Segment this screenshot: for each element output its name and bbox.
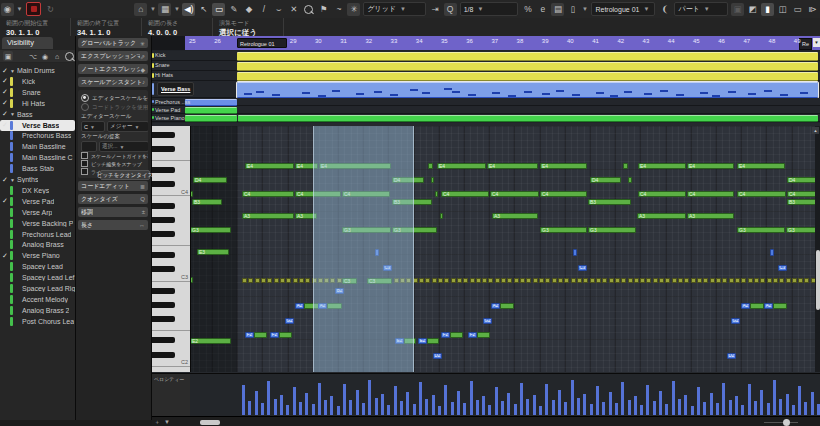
- velocity-bar[interactable]: [343, 384, 346, 415]
- velocity-bar[interactable]: [438, 406, 441, 415]
- velocity-bar[interactable]: [646, 385, 649, 415]
- folder-arrow-icon[interactable]: ▼: [10, 68, 17, 74]
- track-row-dx-keys[interactable]: DX Keys: [0, 185, 75, 196]
- eraser-icon[interactable]: ◆: [242, 3, 255, 16]
- track-row-main-bassline[interactable]: Main Bassline: [0, 141, 75, 152]
- range-selection-overlay[interactable]: [313, 126, 414, 372]
- velocity-bar[interactable]: [248, 401, 251, 415]
- dropdown-arrow[interactable]: ▼: [173, 3, 180, 16]
- piano-key-black[interactable]: [152, 217, 175, 223]
- home-icon[interactable]: ⌂: [134, 3, 147, 16]
- velocity-bar[interactable]: [786, 394, 789, 415]
- object-select-icon[interactable]: ↖: [197, 3, 210, 16]
- velocity-bar[interactable]: [381, 394, 384, 415]
- velocity-bar[interactable]: [703, 402, 706, 415]
- tab-visibility[interactable]: Visibility: [2, 37, 53, 49]
- track-row-bass[interactable]: ✓▼Bass: [0, 109, 75, 120]
- velocity-bar[interactable]: [691, 406, 694, 415]
- eye-icon[interactable]: ◉: [40, 51, 50, 61]
- track-row-main-drums[interactable]: ✓▼Main Drums: [0, 65, 75, 76]
- piano-key-black[interactable]: [152, 302, 175, 308]
- dropdown-arrow[interactable]: ▼: [16, 3, 23, 16]
- quantize-q-icon[interactable]: Q: [444, 3, 457, 16]
- track-row-main-bassline-c[interactable]: Main Bassline C: [0, 152, 75, 163]
- velocity-bar[interactable]: [672, 381, 675, 415]
- global-track-row-hi-hats[interactable]: Hi Hats: [152, 71, 820, 81]
- track-row-kick[interactable]: ✓Kick: [0, 76, 75, 87]
- velocity-bar[interactable]: [293, 387, 296, 415]
- velocity-bar[interactable]: [754, 401, 757, 415]
- velocity-bar[interactable]: [394, 386, 397, 415]
- track-row-bass-stab[interactable]: Bass Stab: [0, 163, 75, 174]
- draw-icon[interactable]: ✎: [227, 3, 240, 16]
- velocity-bar[interactable]: [482, 396, 485, 415]
- camera-icon[interactable]: ⌂: [52, 51, 62, 61]
- inspector-layout-icon[interactable]: ◩: [746, 3, 759, 16]
- velocity-bar[interactable]: [425, 399, 428, 415]
- piano-key-black[interactable]: [152, 252, 175, 258]
- lower-zone-icon[interactable]: ◫: [776, 3, 789, 16]
- vertical-scrollbar[interactable]: [815, 126, 820, 372]
- track-row-spacey-lead-lef[interactable]: Spacey Lead Lef: [0, 272, 75, 283]
- velocity-bar[interactable]: [387, 405, 390, 415]
- velocity-bar[interactable]: [602, 402, 605, 415]
- velocity-bar[interactable]: [419, 382, 422, 415]
- velocity-bar[interactable]: [628, 400, 631, 415]
- velocity-bar[interactable]: [811, 392, 814, 415]
- velocity-bar[interactable]: [451, 402, 454, 415]
- record-icon[interactable]: [26, 2, 41, 16]
- velocity-bar[interactable]: [659, 391, 662, 415]
- suggestion-count-box[interactable]: [81, 141, 97, 152]
- scale-root-select[interactable]: C▼: [81, 121, 105, 132]
- part-event[interactable]: [237, 82, 818, 98]
- part-bubble-icon[interactable]: ❨: [658, 3, 671, 16]
- vertical-scrollbar-thumb[interactable]: [816, 250, 820, 310]
- velocity-bar[interactable]: [552, 400, 555, 415]
- part-label[interactable]: Retrologue 01: [237, 38, 287, 48]
- velocity-bar[interactable]: [804, 402, 807, 415]
- velocity-bar[interactable]: [773, 380, 776, 415]
- quantize-strength-icon[interactable]: %: [521, 3, 534, 16]
- track-row-hi-hats[interactable]: ✓Hi Hats: [0, 98, 75, 109]
- piano-key-black[interactable]: [152, 167, 175, 173]
- velocity-bar[interactable]: [678, 399, 681, 415]
- velocity-bar[interactable]: [798, 386, 801, 415]
- iterative-quantize-icon[interactable]: e: [536, 3, 549, 16]
- part-event[interactable]: [185, 107, 237, 114]
- plugin-select[interactable]: Retrologue 01▼: [591, 2, 655, 16]
- track-visibility-check[interactable]: ✓: [0, 252, 10, 260]
- velocity-bar[interactable]: [324, 400, 327, 415]
- track-row-verse-backing-p[interactable]: Verse Backing P: [0, 218, 75, 229]
- velocity-bar[interactable]: [520, 383, 523, 415]
- velocity-bar[interactable]: [463, 403, 466, 415]
- independent-loop-icon[interactable]: ▣: [731, 3, 744, 16]
- audition-icon[interactable]: ◉: [1, 3, 14, 16]
- scale-type-select[interactable]: メジャー▼: [107, 121, 148, 132]
- left-zone-icon[interactable]: ▮: [761, 3, 774, 16]
- velocity-bar[interactable]: [748, 384, 751, 415]
- grid-type-select[interactable]: グリッド▼: [363, 2, 425, 16]
- track-row-post-chorus-lea[interactable]: Post Chorus Lea: [0, 316, 75, 327]
- part-event[interactable]: [237, 72, 818, 81]
- track-row-spacey-lead[interactable]: Spacey Lead: [0, 261, 75, 272]
- velocity-bar[interactable]: [722, 383, 725, 415]
- ruler-dropdown-icon[interactable]: ▼: [813, 38, 820, 47]
- suggestion-select[interactable]: 選択...▼: [99, 141, 148, 152]
- inspector-section-6[interactable]: 移調±: [78, 207, 148, 217]
- velocity-bar[interactable]: [545, 384, 548, 415]
- track-visibility-check[interactable]: ✓: [0, 110, 10, 118]
- velocity-bar[interactable]: [539, 406, 542, 415]
- velocity-lane[interactable]: [190, 373, 820, 416]
- note-grid[interactable]: [190, 126, 820, 372]
- velocity-bar[interactable]: [729, 400, 732, 415]
- lane-dropdown-icon[interactable]: ▼: [164, 419, 170, 425]
- scale-checkbox-0[interactable]: スケールノートガイドを表示: [81, 152, 148, 159]
- velocity-bar[interactable]: [242, 385, 245, 415]
- folder-arrow-icon[interactable]: ▼: [10, 111, 17, 117]
- velocity-bar[interactable]: [583, 394, 586, 415]
- velocity-bar[interactable]: [621, 382, 624, 415]
- quantize-preset-select[interactable]: 1/8▼: [460, 2, 519, 16]
- part-select[interactable]: パート▼: [674, 2, 728, 16]
- velocity-bar[interactable]: [368, 380, 371, 415]
- piano-key-black[interactable]: [152, 203, 175, 209]
